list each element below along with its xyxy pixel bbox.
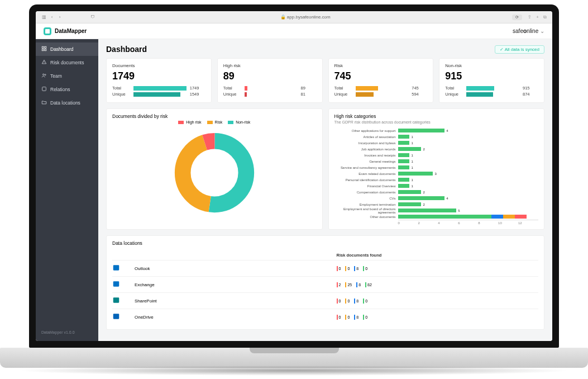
- legend-swatch: [207, 121, 213, 124]
- new-tab-icon[interactable]: +: [536, 15, 539, 20]
- hbar-value: 1: [411, 160, 413, 163]
- risk-tick: [345, 315, 346, 320]
- axis-tick: 12: [518, 221, 538, 225]
- risk-count: 0: [365, 299, 367, 303]
- hbar: [398, 172, 433, 176]
- sidebar-item-relations[interactable]: Relations: [36, 83, 98, 96]
- sidebar-item-dashboard[interactable]: Dashboard: [36, 42, 98, 56]
- stat-bar: [245, 86, 248, 91]
- hbar-label: Exam related documents: [334, 172, 396, 176]
- locations-col-risks: Risk documents found: [337, 253, 539, 258]
- location-row[interactable]: SharePoint0080: [112, 292, 538, 309]
- risk-tick: [354, 299, 355, 304]
- stat-bar: [133, 92, 180, 97]
- location-row[interactable]: OneDrive0080: [112, 309, 538, 325]
- sidebar-item-team[interactable]: Team: [36, 69, 98, 83]
- stat-row-value: 1749: [190, 86, 205, 91]
- hbar-label: Incorporation and bylaws: [334, 141, 396, 145]
- hbar: [398, 184, 410, 188]
- hbar: [398, 135, 410, 139]
- stat-bar: [356, 92, 374, 97]
- stat-title: Non-risk: [445, 63, 538, 68]
- sync-badge: All data is synced: [495, 45, 544, 54]
- hbar-segment: [398, 215, 492, 219]
- back-icon[interactable]: ‹: [49, 15, 55, 20]
- stat-row-label: Unique: [112, 92, 130, 97]
- risk-tick: [356, 282, 357, 287]
- svg-point-10: [183, 141, 246, 205]
- hbar-row: General meetings1: [334, 158, 539, 164]
- hbar: [398, 147, 422, 151]
- location-icon: [112, 280, 135, 289]
- hbar-row: Job application records2: [334, 146, 539, 152]
- svg-rect-3: [45, 49, 46, 51]
- page-title: Dashboard: [106, 45, 147, 54]
- location-name: Outlook: [135, 266, 337, 271]
- location-icon: [112, 264, 135, 273]
- legend-label: Non-risk: [236, 120, 250, 124]
- risk-tick: [363, 315, 364, 320]
- hbar: [398, 141, 410, 145]
- risk-count: 0: [365, 315, 367, 319]
- risk-tick: [345, 266, 346, 271]
- stat-card-risk: Risk745Total745Unique594: [328, 58, 434, 103]
- stat-bar: [466, 86, 494, 91]
- sidebar-item-data-locations[interactable]: Data locations: [36, 96, 98, 110]
- hbar-value: 1: [411, 141, 413, 145]
- hbar: [398, 196, 445, 200]
- hbar-label: Service and consultancy agreements: [334, 166, 396, 169]
- axis-tick: 2: [418, 221, 438, 225]
- svg-point-5: [43, 74, 45, 75]
- risk-count: 8: [356, 315, 358, 319]
- sidebar-toggle-icon[interactable]: ▥: [41, 15, 47, 20]
- hbar-segment: [491, 215, 503, 219]
- stat-row-label: Total: [223, 86, 241, 91]
- sidebar-item-label: Dashboard: [50, 46, 74, 52]
- url-text: app.bysafeonline.com: [287, 15, 331, 20]
- locations-card: Data locations Risk documents found Outl…: [106, 235, 544, 330]
- alert-icon: [41, 59, 47, 66]
- forward-icon[interactable]: ›: [57, 15, 63, 20]
- axis-tick: 0: [398, 221, 418, 225]
- reader-badge[interactable]: ⟳: [512, 15, 522, 20]
- hbar-value: 1: [411, 166, 413, 169]
- locations-title: Data locations: [112, 240, 538, 246]
- logo[interactable]: DataMapper: [44, 27, 87, 35]
- hbar-row: Compensation documents2: [334, 189, 539, 195]
- tabs-icon[interactable]: ⧉: [543, 15, 547, 20]
- risk-count: 0: [347, 315, 350, 319]
- axis-tick: 6: [458, 221, 478, 225]
- hbar-row: Financial Overview1: [334, 183, 539, 189]
- hbar-segment: [515, 215, 527, 219]
- lock-icon: 🔒: [280, 15, 286, 20]
- hbar-label: Personal identification documents: [334, 178, 396, 182]
- hbar-row: Employment termination2: [334, 201, 539, 207]
- hbar-value: 1: [411, 154, 413, 157]
- risk-tick: [345, 299, 346, 304]
- hbar-row: Other documents: [334, 214, 539, 220]
- hbar: [398, 153, 410, 157]
- svg-rect-2: [42, 49, 44, 51]
- axis-tick: 4: [438, 221, 458, 225]
- hbar-value: 4: [446, 129, 448, 132]
- hbar-value: 3: [434, 172, 436, 176]
- risk-count: 0: [347, 299, 350, 303]
- location-name: Exchange: [135, 282, 337, 287]
- dashboard-icon: [41, 46, 47, 53]
- hbar-label: Invoices and receipts: [334, 154, 396, 157]
- location-row[interactable]: Outlook0080: [112, 260, 538, 276]
- hbar-value: 2: [423, 191, 424, 194]
- hbar-value: 2: [423, 203, 424, 206]
- stat-value: 745: [334, 70, 428, 82]
- hbar: [398, 159, 410, 163]
- tenant-switcher[interactable]: safeonline ⌄: [513, 28, 544, 34]
- risk-tick: [363, 266, 364, 271]
- svg-rect-11: [113, 265, 119, 270]
- sidebar-item-risk-documents[interactable]: Risk documents: [36, 56, 98, 69]
- location-row[interactable]: Exchange225882: [112, 276, 538, 292]
- hbar-row: Employment and board of directors agreem…: [334, 207, 539, 214]
- high-risk-title: High risk categories: [334, 113, 539, 119]
- share-icon[interactable]: ⇪: [528, 15, 532, 20]
- donut-chart: [173, 131, 256, 215]
- app-header: DataMapper safeonline ⌄: [36, 23, 552, 39]
